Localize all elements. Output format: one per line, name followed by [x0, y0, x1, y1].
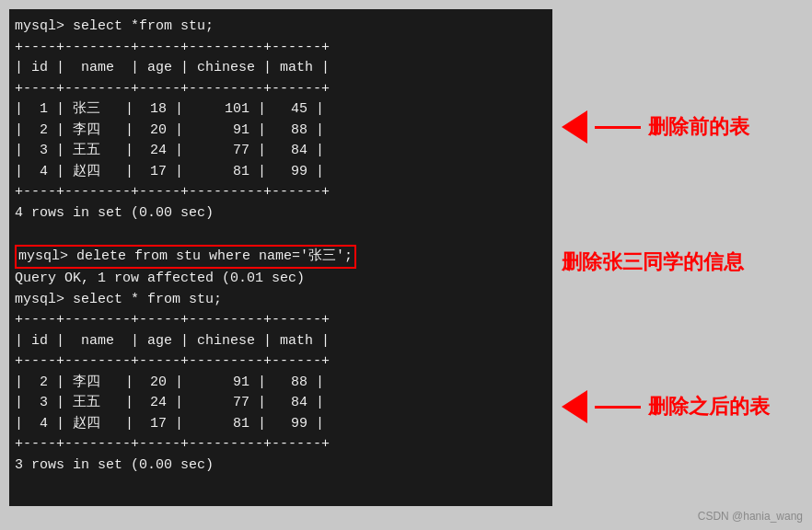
line-before: [595, 126, 641, 129]
table2-rowcount: 3 rows in set (0.00 sec): [15, 457, 214, 473]
annotations-panel: 删除前的表 删除张三同学的信息 删除之后的表: [552, 9, 810, 506]
table2-row3: | 4 | 赵四 | 17 | 81 | 99 |: [15, 416, 324, 432]
arrow-after-icon: [562, 390, 587, 423]
table2-sep1: +----+--------+-----+---------+------+: [15, 312, 330, 328]
table1-sep2: +----+--------+-----+---------+------+: [15, 81, 330, 97]
annotation-after: 删除之后的表: [562, 390, 801, 423]
table1-sep1: +----+--------+-----+---------+------+: [15, 40, 330, 55]
table2-header: | id | name | age | chinese | math |: [15, 333, 330, 349]
terminal-content: mysql> select *from stu; +----+--------+…: [15, 17, 547, 476]
table1-row4: | 4 | 赵四 | 17 | 81 | 99 |: [15, 164, 324, 179]
table1-header: | id | name | age | chinese | math |: [15, 60, 330, 75]
table2-row2: | 3 | 王五 | 24 | 77 | 84 |: [15, 395, 324, 410]
table1-row2: | 2 | 李四 | 20 | 91 | 88 |: [15, 122, 324, 138]
arrow-before-icon: [562, 110, 587, 144]
line-after: [595, 406, 641, 409]
table1-row3: | 3 | 王五 | 24 | 77 | 84 |: [15, 143, 324, 158]
annotation-delete: 删除张三同学的信息: [562, 248, 801, 276]
main-container: mysql> select *from stu; +----+--------+…: [0, 0, 812, 530]
annotation-after-text: 删除之后的表: [648, 393, 770, 421]
annotation-delete-text: 删除张三同学的信息: [562, 248, 744, 276]
table1-sep3: +----+--------+-----+---------+------+: [15, 184, 330, 200]
delete-cmd: mysql> delete from stu where name='张三';: [15, 245, 356, 270]
table2-sep3: +----+--------+-----+---------+------+: [15, 436, 330, 452]
terminal: mysql> select *from stu; +----+--------+…: [9, 9, 552, 506]
table1-row1: | 1 | 张三 | 18 | 101 | 45 |: [15, 101, 324, 117]
annotation-before: 删除前的表: [562, 110, 801, 144]
table1-rowcount: 4 rows in set (0.00 sec): [15, 205, 214, 221]
query-ok: Query OK, 1 row affected (0.01 sec): [15, 271, 305, 286]
table2-sep2: +----+--------+-----+---------+------+: [15, 353, 330, 369]
table2-row1: | 2 | 李四 | 20 | 91 | 88 |: [15, 374, 324, 390]
csdn-watermark: CSDN @hania_wang: [698, 510, 803, 523]
line-select2: mysql> select * from stu;: [15, 292, 222, 307]
line-select-from: mysql> select *from stu;: [15, 18, 214, 34]
annotation-before-text: 删除前的表: [648, 113, 749, 141]
